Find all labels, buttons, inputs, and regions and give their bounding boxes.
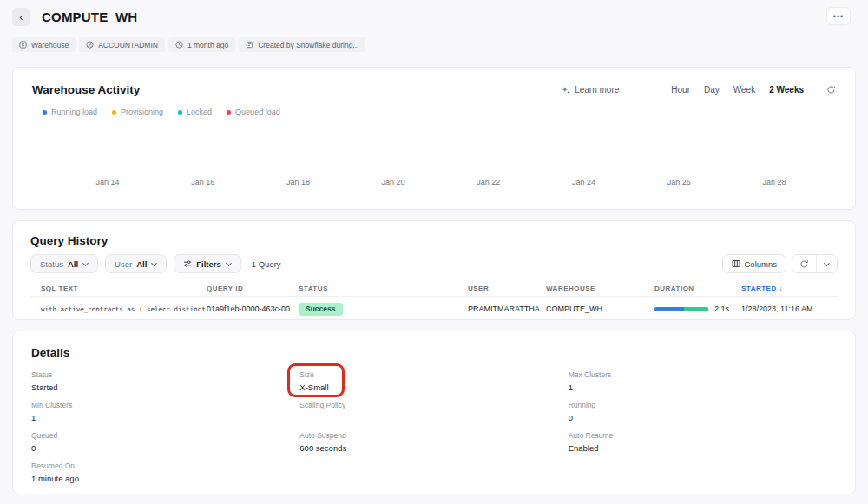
refresh-options-button[interactable] [816,255,837,272]
filters-dropdown[interactable]: Filters [174,254,241,273]
filters-label: Filters [196,259,221,269]
user-filter-dropdown[interactable]: User All [105,254,167,273]
badge-label: 1 month ago [187,41,228,49]
field-label: Status [31,370,92,379]
activity-title: Warehouse Activity [32,83,140,96]
field-value: Enabled [569,443,629,453]
field-queued: Queued 0 [31,431,92,453]
query-history-card: Query History Status All User All Filter… [12,220,856,320]
field-min-clusters: Min Clusters 1 [31,401,92,422]
x-tick: Jan 22 [467,178,510,187]
badge-label: ACCOUNTADMIN [98,41,158,49]
refresh-chart-icon[interactable] [826,85,836,95]
field-value: 600 seconds [299,443,360,453]
warehouse-detail-page: ‹ COMPUTE_WH ••• Warehouse ACCOUNTADMIN … [0,0,868,494]
field-value: 0 [31,443,92,453]
field-label: Resumed On [31,461,92,470]
page-header: ‹ COMPUTE_WH ••• [12,0,856,26]
user-filter-label: User [115,259,132,269]
duration-bar [654,307,708,311]
range-tab-day[interactable]: Day [704,85,720,95]
field-resumed-on: Resumed On 1 minute ago [31,461,92,483]
field-value [299,413,360,422]
refresh-queries-button[interactable] [792,255,816,272]
status-filter-label: Status [40,259,63,269]
badge-label: Created by Snowflake during... [258,41,358,49]
x-tick: Jan 20 [372,178,415,187]
legend-item-provisioning: Provisioning [112,108,163,116]
column-header-warehouse[interactable]: WAREHOUSE [546,285,654,292]
column-header-duration[interactable]: DURATION [654,285,741,292]
role-icon [86,41,94,49]
refresh-split-button [792,254,838,273]
legend-dot-blue [43,110,47,115]
table-header-row: SQL TEXT QUERY ID STATUS USER WAREHOUSE … [30,281,838,297]
chart-legend: Running load Provisioning Locked Queued … [32,108,836,116]
badge-label: Warehouse [31,41,69,49]
details-title: Details [31,346,837,359]
x-tick: Jan 28 [753,178,796,187]
columns-button[interactable]: Columns [722,254,787,273]
success-status-badge: Success [299,303,343,316]
x-tick: Jan 16 [181,178,225,187]
started-label: STARTED [741,285,777,292]
chevron-down-icon [151,261,157,267]
field-label: Size [299,370,360,379]
legend-label: Locked [187,108,212,116]
legend-label: Running load [51,108,97,116]
field-label: Queued [31,431,92,440]
page-title: COMPUTE_WH [42,10,137,24]
field-size: Size X-Small [299,370,360,392]
cell-user: PRAMITMARATTHA [468,304,546,313]
range-tab-week[interactable]: Week [733,85,755,95]
x-tick: Jan 14 [86,178,129,187]
query-history-title: Query History [30,234,838,247]
warehouse-icon [19,41,27,49]
field-label: Running [569,401,629,409]
cell-sql-text: with active_contracts as ( select distin… [41,305,207,313]
age-badge: 1 month ago [168,37,235,52]
cell-warehouse: COMPUTE_WH [546,304,654,313]
back-button[interactable]: ‹ [12,8,30,26]
column-header-started[interactable]: STARTED ↓ [741,285,838,292]
field-auto-resume: Auto Resume Enabled [569,431,629,453]
sort-desc-icon: ↓ [779,285,783,292]
status-filter-dropdown[interactable]: Status All [30,254,98,273]
duration-value: 2.1s [714,304,729,313]
field-value: 1 [31,413,92,422]
column-header-user[interactable]: USER [468,285,546,292]
field-value: Started [31,383,92,392]
column-header-query-id[interactable]: QUERY ID [207,285,299,292]
field-label: Min Clusters [31,401,92,409]
range-tab-2weeks[interactable]: 2 Weeks [769,85,804,95]
more-options-button[interactable]: ••• [826,7,851,25]
user-filter-value: All [136,259,147,269]
cell-status: Success [299,303,468,316]
cell-query-id: 01a9f1eb-0000-463c-00… [207,304,299,313]
field-max-clusters: Max Clusters 1 [569,370,629,392]
cell-started: 1/28/2023, 11:16 AM [741,304,838,313]
query-row[interactable]: with active_contracts as ( select distin… [30,297,838,321]
column-header-sql-text[interactable]: SQL TEXT [41,285,207,292]
range-tab-hour[interactable]: Hour [671,85,690,95]
comment-badge: Created by Snowflake during... [239,37,365,52]
warehouse-activity-card: Warehouse Activity Learn more Hour Day W… [12,67,856,210]
chart-x-axis: Jan 14 Jan 16 Jan 18 Jan 20 Jan 22 Jan 2… [32,178,836,187]
details-column-3: Max Clusters 1 Running 0 Auto Resume Ena… [569,370,837,492]
legend-item-queued-load: Queued load [227,108,280,116]
learn-more-link[interactable]: Learn more [562,85,619,95]
column-header-status[interactable]: STATUS [299,285,468,292]
learn-more-label: Learn more [575,85,619,95]
field-label: Max Clusters [569,370,629,379]
field-label: Auto Suspend [299,431,360,440]
legend-item-locked: Locked [178,108,212,116]
field-running: Running 0 [569,401,629,422]
columns-icon [732,259,740,268]
details-column-2: Size X-Small Scaling Policy Auto Suspend… [299,370,568,492]
field-scaling-policy: Scaling Policy [299,401,360,422]
legend-label: Provisioning [121,108,163,116]
metadata-badges: Warehouse ACCOUNTADMIN 1 month ago Creat… [12,37,856,52]
x-tick: Jan 26 [657,178,700,187]
activity-chart-plot-area [32,116,836,178]
filters-icon [183,259,192,268]
